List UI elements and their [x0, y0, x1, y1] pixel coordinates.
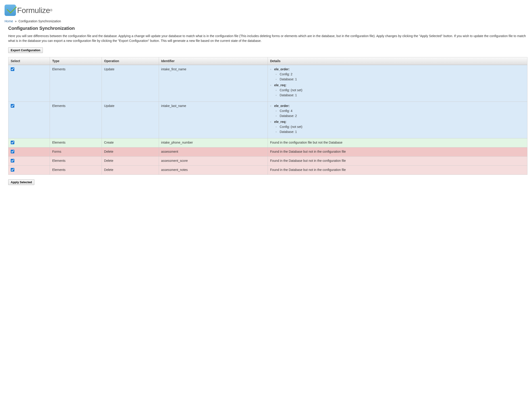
cell-select	[8, 65, 50, 102]
cell-type: Elements	[50, 138, 102, 147]
cell-details: Found in the Database but not in the con…	[268, 147, 527, 157]
logo: Formulize®	[5, 5, 527, 16]
diff-config-value: Config: (not set)	[276, 125, 525, 129]
select-checkbox[interactable]	[11, 104, 14, 108]
cell-details: Found in the configuration file but not …	[268, 138, 527, 147]
diff-config-value: Config: 4	[276, 109, 525, 113]
details-list: ele_order:Config: 4Database: 2ele_req:Co…	[270, 104, 525, 134]
breadcrumb-home-link[interactable]: Home	[5, 19, 13, 23]
cell-type: Elements	[50, 157, 102, 166]
breadcrumb-current: Configuration Synchronization	[18, 19, 61, 23]
details-sublist: Config: (not set)Database: 1	[274, 125, 525, 134]
select-checkbox[interactable]	[11, 67, 14, 71]
logo-registered: ®	[50, 8, 52, 12]
cell-select	[8, 102, 50, 138]
cell-select	[8, 166, 50, 174]
table-header-details: Details	[268, 57, 527, 65]
details-sublist: Config: (not set)Database: 1	[274, 88, 525, 97]
diff-config-value: Config: (not set)	[276, 88, 525, 92]
cell-operation: Delete	[102, 166, 159, 174]
cell-operation: Delete	[102, 157, 159, 166]
table-row: FormsDeleteassessmentFound in the Databa…	[8, 147, 527, 157]
diff-key-label: ele_order:	[274, 67, 290, 71]
details-diff-item: ele_req:Config: (not set)Database: 1	[270, 83, 525, 97]
diff-database-value: Database: 2	[276, 114, 525, 118]
select-checkbox[interactable]	[11, 159, 14, 162]
diff-key-label: ele_req:	[274, 83, 287, 87]
cell-select	[8, 157, 50, 166]
breadcrumb: Home » Configuration Synchronization	[5, 19, 527, 23]
cell-details: Found in the Database but not in the con…	[268, 157, 527, 166]
cell-type: Elements	[50, 65, 102, 102]
cell-identifier: intake_last_name	[159, 102, 268, 138]
cell-type: Elements	[50, 102, 102, 138]
table-row: ElementsCreateintake_phone_numberFound i…	[8, 138, 527, 147]
table-header-select: Select	[8, 57, 50, 65]
cell-select	[8, 138, 50, 147]
cell-type: Forms	[50, 147, 102, 157]
table-row: ElementsDeleteassessment_scoreFound in t…	[8, 157, 527, 166]
cell-operation: Delete	[102, 147, 159, 157]
cell-identifier: intake_phone_number	[159, 138, 268, 147]
table-row: ElementsUpdateintake_last_nameele_order:…	[8, 102, 527, 138]
select-checkbox[interactable]	[11, 141, 14, 144]
diff-database-value: Database: 1	[276, 77, 525, 81]
cell-identifier: assessment	[159, 147, 268, 157]
details-diff-item: ele_order:Config: 2Database: 1	[270, 67, 525, 81]
details-sublist: Config: 4Database: 2	[274, 109, 525, 118]
cell-operation: Update	[102, 65, 159, 102]
details-diff-item: ele_req:Config: (not set)Database: 1	[270, 120, 525, 134]
cell-identifier: intake_first_name	[159, 65, 268, 102]
cell-operation: Create	[102, 138, 159, 147]
breadcrumb-separator: »	[15, 19, 17, 23]
table-row: ElementsDeleteassessment_notesFound in t…	[8, 166, 527, 174]
export-configuration-button[interactable]: Export Configuration	[8, 47, 43, 53]
table-header-type: Type	[50, 57, 102, 65]
diff-config-value: Config: 2	[276, 72, 525, 76]
cell-details: Found in the Database but not in the con…	[268, 166, 527, 174]
diff-database-value: Database: 1	[276, 93, 525, 97]
details-list: ele_order:Config: 2Database: 1ele_req:Co…	[270, 67, 525, 97]
diff-key-label: ele_req:	[274, 120, 287, 123]
cell-details: ele_order:Config: 4Database: 2ele_req:Co…	[268, 102, 527, 138]
logo-checkmark-icon	[5, 5, 16, 16]
cell-identifier: assessment_score	[159, 157, 268, 166]
apply-selected-button[interactable]: Apply Selected	[8, 179, 34, 185]
table-header-identifier: Identifier	[159, 57, 268, 65]
logo-text: Formulize	[17, 6, 50, 15]
diff-database-value: Database: 1	[276, 130, 525, 134]
cell-operation: Update	[102, 102, 159, 138]
cell-select	[8, 147, 50, 157]
details-diff-item: ele_order:Config: 4Database: 2	[270, 104, 525, 118]
select-checkbox[interactable]	[11, 168, 14, 172]
cell-type: Elements	[50, 166, 102, 174]
page-title: Configuration Synchronization	[8, 26, 527, 31]
details-sublist: Config: 2Database: 1	[274, 72, 525, 81]
select-checkbox[interactable]	[11, 150, 14, 153]
diff-key-label: ele_order:	[274, 104, 290, 108]
table-row: ElementsUpdateintake_first_nameele_order…	[8, 65, 527, 102]
table-header-operation: Operation	[102, 57, 159, 65]
cell-identifier: assessment_notes	[159, 166, 268, 174]
cell-details: ele_order:Config: 2Database: 1ele_req:Co…	[268, 65, 527, 102]
page-description: Here you will see differences between th…	[8, 34, 527, 43]
configuration-diff-table: Select Type Operation Identifier Details…	[8, 57, 527, 175]
